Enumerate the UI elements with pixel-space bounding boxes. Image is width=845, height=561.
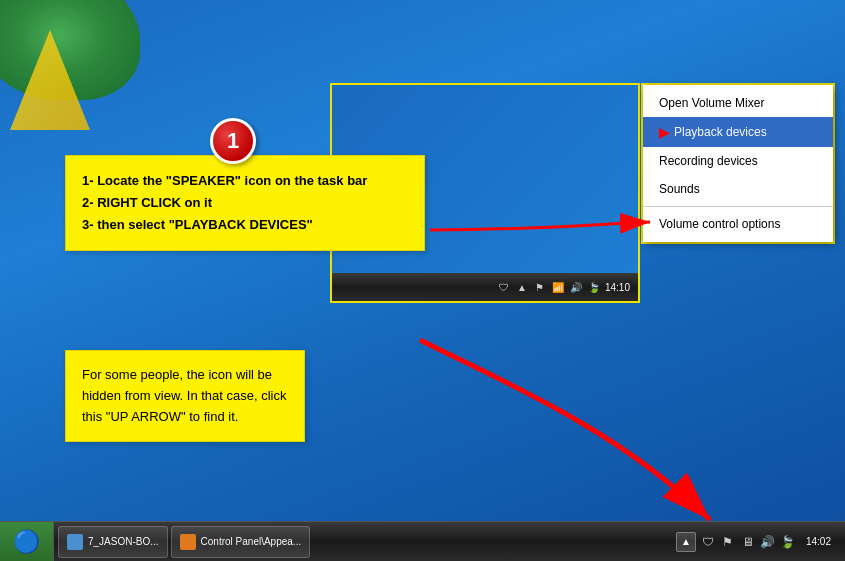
taskbar-items: 7_JASON-BO... Control Panel\Appea...: [54, 522, 668, 561]
taskbar-item-1-label: Control Panel\Appea...: [201, 536, 302, 547]
instruction-note-2: For some people, the icon will be hidden…: [65, 350, 305, 442]
menu-separator: [643, 206, 833, 207]
menu-item-open-volume-mixer[interactable]: Open Volume Mixer: [643, 89, 833, 117]
taskbar: 🔵 7_JASON-BO... Control Panel\Appea... ▲…: [0, 521, 845, 561]
menu-item-recording-devices[interactable]: Recording devices: [643, 147, 833, 175]
taskbar-item-0-icon: [67, 534, 83, 550]
menu-item-playback-devices-label: Playback devices: [674, 125, 767, 139]
instruction-note-2-text: For some people, the icon will be hidden…: [82, 365, 288, 427]
tray-speaker-icon[interactable]: 🔊: [760, 534, 776, 550]
preview-arrow-icon: ▲: [515, 280, 529, 294]
preview-network-icon: 📶: [551, 280, 565, 294]
badge-number: 1: [227, 128, 239, 154]
menu-item-sounds[interactable]: Sounds: [643, 175, 833, 203]
context-menu: Open Volume Mixer ▶ Playback devices Rec…: [643, 85, 833, 242]
tray-clock[interactable]: 14:02: [800, 522, 837, 561]
tray-monitor-icon: 🖥: [740, 534, 756, 550]
preview-leaf-icon: 🍃: [587, 280, 601, 294]
menu-item-volume-control[interactable]: Volume control options: [643, 210, 833, 238]
instruction-line-2: 2- RIGHT CLICK on it: [82, 195, 212, 210]
tray-flag-icon: ⚑: [720, 534, 736, 550]
instruction-note-1: 1- Locate the "SPEAKER" icon on the task…: [65, 155, 425, 251]
taskbar-item-1[interactable]: Control Panel\Appea...: [171, 526, 311, 558]
context-menu-container: Open Volume Mixer ▶ Playback devices Rec…: [641, 83, 835, 244]
preview-shield-icon: 🛡: [497, 280, 511, 294]
menu-item-open-volume-mixer-label: Open Volume Mixer: [659, 96, 764, 110]
instruction-line-3: 3- then select "PLAYBACK DEVICES": [82, 217, 313, 232]
preview-speaker-icon[interactable]: 🔊: [569, 280, 583, 294]
preview-inner-taskbar: 🛡 ▲ ⚑ 📶 🔊 🍃 14:10: [332, 273, 638, 301]
tray-shield-icon: 🛡: [700, 534, 716, 550]
tray-clock-time: 14:02: [806, 536, 831, 547]
instruction-line-1: 1- Locate the "SPEAKER" icon on the task…: [82, 173, 367, 188]
tray-leaf-icon: 🍃: [780, 534, 796, 550]
menu-item-sounds-label: Sounds: [659, 182, 700, 196]
menu-item-volume-control-label: Volume control options: [659, 217, 780, 231]
start-orb: 🔵: [13, 529, 40, 555]
step-badge-1: 1: [210, 118, 256, 164]
taskbar-item-0-label: 7_JASON-BO...: [88, 536, 159, 547]
tray-up-arrow[interactable]: ▲: [676, 532, 696, 552]
instruction-note-1-text: 1- Locate the "SPEAKER" icon on the task…: [82, 170, 408, 236]
start-button[interactable]: 🔵: [0, 522, 54, 562]
taskbar-tray: ▲ 🛡 ⚑ 🖥 🔊 🍃 14:02: [668, 522, 845, 561]
menu-item-recording-devices-label: Recording devices: [659, 154, 758, 168]
taskbar-item-1-icon: [180, 534, 196, 550]
preview-flag-icon: ⚑: [533, 280, 547, 294]
playback-arrow-icon: ▶: [659, 124, 670, 140]
preview-clock: 14:10: [605, 282, 630, 293]
menu-item-playback-devices[interactable]: ▶ Playback devices: [643, 117, 833, 147]
taskbar-item-0[interactable]: 7_JASON-BO...: [58, 526, 168, 558]
